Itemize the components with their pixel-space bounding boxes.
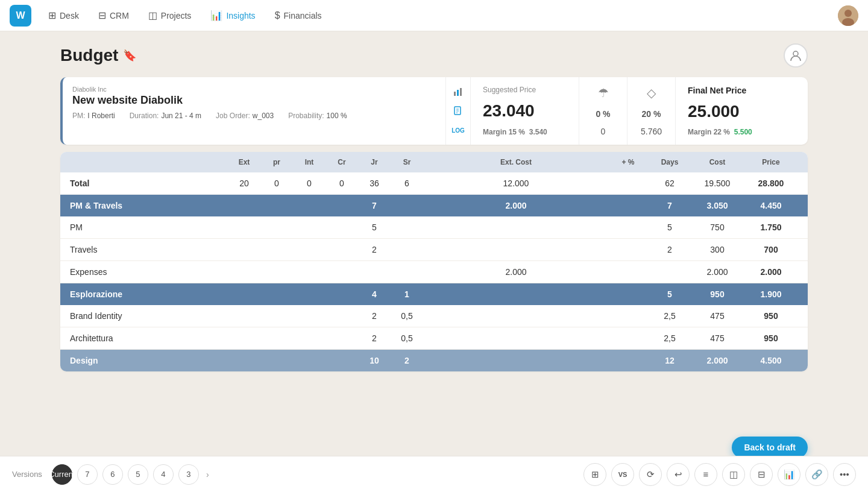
app-logo[interactable]: W [10, 5, 31, 27]
tool-more-btn[interactable]: ••• [833, 463, 856, 486]
markup-pct: 20 % [640, 109, 663, 119]
chart-icon-btn[interactable] [448, 82, 468, 101]
card-icons: LOG [445, 77, 470, 145]
final-margin-pct: 22 % [714, 128, 730, 136]
final-margin-value: 5.500 [734, 128, 752, 136]
total-price: 28.800 [744, 178, 798, 188]
section-pm-jr: 7 [359, 201, 389, 210]
suggested-price-card: Suggested Price 23.040 Margin 15 % 3.540 [470, 77, 579, 145]
duration-label: Duration: [130, 112, 159, 120]
row-architettura: Architettura 2 0,5 2,5 475 950 [60, 327, 808, 350]
row-arch-price: 950 [744, 333, 798, 343]
tool-chart-btn[interactable]: 📊 [778, 463, 800, 486]
version-4[interactable]: 4 [153, 464, 174, 485]
tool-link-btn[interactable]: 🔗 [805, 463, 828, 486]
pm-label: PM: [72, 112, 85, 120]
row-brand-sr: 0,5 [392, 311, 422, 321]
col-cost: Cost [693, 158, 741, 166]
row-arch-sr: 0,5 [392, 333, 422, 343]
tool-layers-btn[interactable]: ◫ [722, 463, 745, 486]
section-esp-cost: 950 [693, 289, 741, 299]
total-cr: 0 [327, 178, 357, 188]
final-price-label: Final Net Price [688, 86, 796, 95]
header-user-button[interactable] [784, 43, 808, 68]
col-cr: Cr [327, 158, 357, 166]
row-pm-cost: 750 [693, 222, 741, 232]
versions-label: Versions [12, 470, 42, 479]
row-expenses-cost: 2.000 [693, 267, 741, 277]
version-7[interactable]: 7 [77, 464, 98, 485]
discount-pct: 0 % [591, 109, 615, 119]
row-brand-identity: Brand Identity 2 0,5 2,5 475 950 [60, 305, 808, 327]
nav-financials[interactable]: $ Financials [268, 7, 329, 25]
col-pr: pr [262, 158, 292, 166]
user-avatar[interactable] [838, 5, 858, 26]
section-esp-jr: 4 [359, 289, 389, 299]
row-brand-cost: 475 [693, 311, 741, 321]
document-icon-btn[interactable] [448, 101, 468, 121]
row-travels: Travels 2 2 300 700 [60, 239, 808, 261]
section-design-jr: 10 [359, 356, 389, 365]
log-icon-btn[interactable]: LOG [448, 121, 468, 140]
nav-projects[interactable]: ◫ Projects [141, 6, 199, 25]
markup-card: ◇ 20 % 5.760 [627, 77, 675, 145]
pm-value: I Roberti [87, 112, 115, 120]
section-pm-price: 4.450 [744, 201, 798, 210]
section-pm-travels[interactable]: PM & Travels 7 2.000 7 3.050 4.450 [60, 195, 808, 216]
markup-val: 5.760 [640, 127, 663, 136]
projects-icon: ◫ [148, 10, 157, 21]
version-5[interactable]: 5 [128, 464, 148, 485]
nav-desk-label: Desk [60, 11, 79, 20]
section-design-label: Design [70, 356, 227, 365]
tool-undo-btn[interactable]: ↩ [667, 463, 690, 486]
tool-grid-btn[interactable]: ⊞ [583, 463, 606, 486]
budget-table: Ext pr Int Cr Jr Sr Ext. Cost + % Days C… [60, 152, 808, 371]
row-brand-days: 2,5 [649, 311, 691, 321]
total-days: 62 [649, 178, 691, 188]
svg-point-3 [793, 51, 798, 56]
tool-table-btn[interactable]: ⊟ [750, 463, 773, 486]
version-chevron-icon[interactable]: › [204, 470, 212, 479]
col-name [70, 158, 227, 166]
version-3[interactable]: 3 [178, 464, 199, 485]
nav-crm[interactable]: ⊟ CRM [91, 6, 136, 25]
pm-field: PM: I Roberti [72, 112, 115, 120]
job-order-field: Job Order: w_003 [216, 112, 274, 120]
insights-icon: 📊 [210, 10, 222, 21]
section-pm-ext-cost: 2.000 [424, 201, 608, 210]
nav-desk[interactable]: ⊞ Desk [41, 6, 86, 25]
duration-value: Jun 21 - 4 m [161, 112, 201, 120]
section-design-days: 12 [649, 356, 691, 365]
section-esplorazione[interactable]: Esplorazione 4 1 5 950 1.900 [60, 283, 808, 305]
back-to-draft-button[interactable]: Back to draft [732, 437, 808, 458]
svg-rect-6 [460, 88, 462, 96]
final-price-card: Final Net Price 25.000 Margin 22 % 5.500 [675, 77, 808, 145]
project-info: Diabolik Inc New website Diabolik PM: I … [63, 77, 445, 145]
row-travels-price: 700 [744, 245, 798, 254]
row-expenses-price: 2.000 [744, 267, 798, 277]
section-esp-price: 1.900 [744, 289, 798, 299]
bookmark-icon[interactable]: 🔖 [123, 49, 136, 62]
version-6[interactable]: 6 [102, 464, 123, 485]
row-brand-jr: 2 [359, 311, 389, 321]
job-order-value: w_003 [253, 112, 274, 120]
col-plus-pct: + % [610, 158, 646, 166]
row-brand-label: Brand Identity [70, 311, 227, 321]
total-plus-pct [610, 178, 646, 188]
tool-sync-btn[interactable]: ⟳ [639, 463, 662, 486]
section-design[interactable]: Design 10 2 12 2.000 4.500 [60, 350, 808, 371]
row-brand-price: 950 [744, 311, 798, 321]
col-ext-cost: Ext. Cost [424, 158, 608, 166]
nav-insights[interactable]: 📊 Insights [203, 6, 262, 25]
tool-filter-btn[interactable]: ≡ [694, 463, 717, 486]
bottom-bar: Versions Current 7 6 5 4 3 › ⊞ VS ⟳ ↩ ≡ … [0, 456, 868, 492]
row-travels-cost: 300 [693, 245, 741, 254]
version-current[interactable]: Current [52, 464, 72, 485]
col-jr: Jr [359, 158, 389, 166]
svg-point-1 [844, 10, 852, 17]
nav-financials-label: Financials [284, 11, 322, 20]
section-esp-label: Esplorazione [70, 289, 227, 299]
tool-vs-btn[interactable]: VS [611, 463, 634, 486]
umbrella-icon: ☂ [591, 86, 615, 100]
final-margin-label: Margin [688, 128, 711, 136]
